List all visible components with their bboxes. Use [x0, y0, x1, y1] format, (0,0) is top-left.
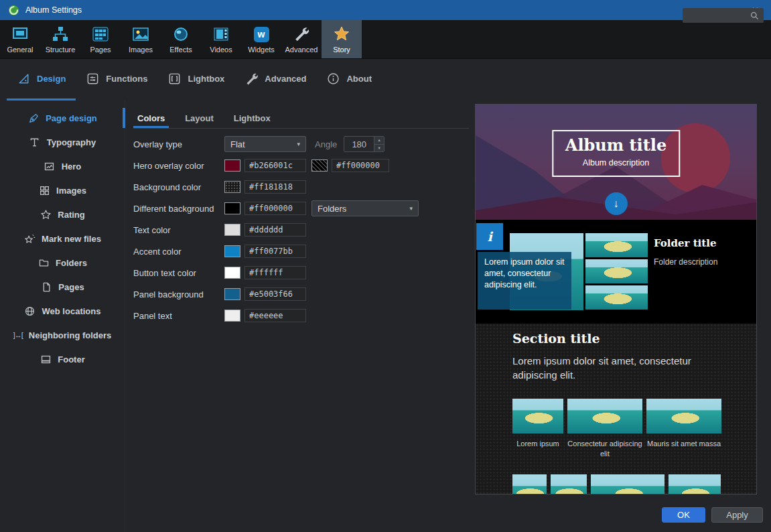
sidebar-item-mark-new-files[interactable]: Mark new files — [0, 226, 125, 251]
hex-input[interactable] — [244, 309, 306, 322]
toolbar-item-label: Pages — [90, 46, 111, 54]
thumbnail-image[interactable] — [512, 474, 547, 494]
angle-spinner[interactable]: ▴ ▾ — [344, 136, 384, 152]
spin-down-icon[interactable]: ▾ — [374, 145, 384, 152]
thumbnail-image[interactable] — [669, 474, 721, 494]
tab-lightbox[interactable]: Lightbox — [157, 59, 234, 101]
select-value: Folders — [318, 204, 346, 214]
info-icon — [326, 72, 340, 86]
hex-input[interactable] — [244, 202, 306, 215]
tab-advanced[interactable]: Advanced — [234, 59, 316, 101]
scroll-down-button[interactable]: ↓ — [605, 192, 628, 215]
preview-hero: Album title Album description ↓ — [476, 105, 756, 220]
toolbar-item-pages[interactable]: Pages — [80, 20, 121, 58]
thumbnail[interactable]: Mauris sit amet massa — [646, 399, 721, 449]
toolbar-item-label: Story — [333, 46, 350, 54]
sidebar-item-page-design[interactable]: Page design — [0, 106, 125, 130]
tab-layout[interactable]: Layout — [181, 110, 218, 128]
album-description: Album description — [565, 158, 667, 168]
background-color-row: Background color — [133, 179, 472, 195]
toolbar-item-videos[interactable]: Videos — [201, 20, 241, 58]
design-icon — [17, 72, 31, 86]
sidebar-item-label: Typography — [47, 137, 96, 147]
spinner-buttons[interactable]: ▴ ▾ — [374, 137, 384, 151]
tab-label: About — [346, 74, 372, 84]
field-label: Hero overlay color — [133, 161, 224, 171]
main-toolbar: General Structure Pages Images Effects V… — [0, 20, 771, 59]
toolbar-item-images[interactable]: Images — [121, 20, 161, 58]
tab-colors[interactable]: Colors — [133, 110, 169, 128]
sidebar-item-folders[interactable]: Folders — [0, 251, 125, 275]
wrench-icon — [244, 72, 259, 86]
color-swatch[interactable] — [311, 159, 328, 172]
folder-collage[interactable]: Lorem ipsum dolor sit amet, consectetur … — [510, 233, 648, 310]
hex-input[interactable] — [244, 223, 306, 237]
sidebar-item-typography[interactable]: Typography — [0, 130, 125, 154]
color-swatch[interactable] — [224, 267, 240, 279]
hex-input[interactable] — [244, 180, 306, 194]
folder-strip-image[interactable] — [585, 233, 648, 257]
thumbnail-image[interactable] — [591, 474, 664, 494]
thumbnail-image[interactable] — [646, 399, 721, 434]
thumbnail-image[interactable] — [512, 399, 563, 434]
toolbar-item-label: Effects — [169, 46, 192, 54]
sidebar-item-footer[interactable]: Footer — [0, 347, 125, 371]
color-swatch[interactable] — [224, 202, 240, 214]
hex-input[interactable] — [244, 245, 306, 258]
toolbar-item-structure[interactable]: Structure — [40, 20, 80, 58]
sidebar-item-label: Neighboring folders — [29, 330, 112, 340]
toolbar-item-label: Structure — [46, 46, 76, 54]
thumbnail-image[interactable] — [551, 474, 587, 494]
different-background-select[interactable]: Folders ▾ — [311, 200, 419, 216]
color-swatch[interactable] — [224, 245, 240, 257]
widgets-letter: w — [254, 27, 269, 42]
color-swatch[interactable] — [224, 181, 240, 193]
tab-lightbox-settings[interactable]: Lightbox — [230, 110, 275, 128]
sidebar-item-neighboring-folders[interactable]: ]↔[ Neighboring folders — [0, 323, 125, 347]
sidebar-item-images[interactable]: Images — [0, 178, 125, 202]
color-swatch[interactable] — [224, 224, 240, 236]
sidebar-item-pages[interactable]: Pages — [0, 275, 125, 299]
folder-strip-image[interactable] — [585, 285, 648, 310]
search-box[interactable] — [683, 8, 764, 23]
tab-functions[interactable]: Functions — [76, 59, 157, 101]
toolbar-item-effects[interactable]: Effects — [161, 20, 201, 58]
hex-input[interactable] — [244, 159, 306, 172]
color-swatch[interactable] — [224, 159, 240, 172]
album-title: Album title — [565, 135, 667, 155]
tab-label: Lightbox — [188, 74, 224, 84]
preview-section: Section title Lorem ipsum dolor sit amet… — [476, 324, 756, 494]
angle-input[interactable] — [344, 137, 374, 151]
toolbar-item-advanced[interactable]: Advanced — [281, 20, 322, 58]
tab-about[interactable]: About — [316, 59, 382, 101]
color-swatch[interactable] — [224, 310, 240, 322]
sidebar-item-hero[interactable]: Hero — [0, 154, 125, 178]
sidebar-item-label: Footer — [58, 354, 84, 364]
toolbar-item-label: Widgets — [248, 46, 275, 54]
apply-button[interactable]: Apply — [711, 507, 763, 523]
sidebar-item-rating[interactable]: Rating — [0, 202, 125, 226]
info-badge[interactable]: i — [476, 223, 503, 250]
hex-input[interactable] — [332, 159, 389, 172]
search-input[interactable] — [687, 11, 750, 20]
spin-up-icon[interactable]: ▴ — [374, 137, 384, 145]
panel-text-row: Panel text — [133, 308, 472, 324]
panel-background-row: Panel background — [133, 286, 472, 302]
tab-design[interactable]: Design — [7, 59, 76, 101]
toolbar-item-widgets[interactable]: w Widgets — [241, 20, 281, 58]
thumbnail-image[interactable] — [567, 399, 642, 434]
ok-button[interactable]: OK — [662, 507, 705, 523]
hex-input[interactable] — [244, 266, 306, 279]
thumbnail[interactable]: Consectetur adipiscing elit — [567, 399, 642, 459]
story-tab-bar: Design Functions Lightbox Advanced About — [0, 59, 771, 101]
field-label: Panel background — [133, 289, 224, 300]
toolbar-item-general[interactable]: General — [0, 20, 40, 58]
overlay-type-select[interactable]: Flat ▾ — [224, 136, 306, 152]
folder-strip-image[interactable] — [585, 259, 648, 283]
color-swatch[interactable] — [224, 288, 240, 300]
sidebar-item-web-locations[interactable]: Web locations — [0, 299, 125, 323]
thumbnail[interactable]: Lorem ipsum — [512, 399, 563, 449]
hex-input[interactable] — [244, 287, 306, 301]
lightbox-icon — [167, 72, 182, 86]
toolbar-item-story[interactable]: Story — [322, 20, 362, 58]
